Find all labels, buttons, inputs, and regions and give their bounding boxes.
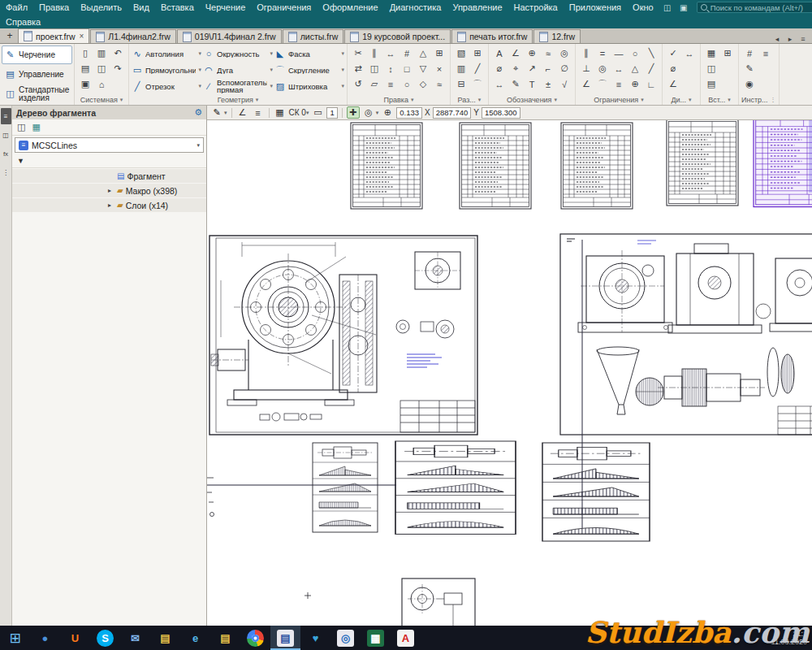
gear-icon[interactable]: ⚙ bbox=[194, 107, 202, 118]
menu-item[interactable]: Приложения bbox=[564, 0, 627, 15]
ribbon-tool-icon[interactable]: ≡ bbox=[758, 46, 773, 60]
ribbon-tool-icon[interactable]: ✎ bbox=[508, 77, 523, 91]
ribbon-tool-icon[interactable]: ⊕ bbox=[525, 46, 539, 60]
component-icon[interactable]: ◫ bbox=[17, 122, 25, 132]
ribbon-tool-icon[interactable]: ◎ bbox=[595, 62, 610, 76]
scale-field[interactable]: 1 bbox=[326, 107, 337, 119]
mail-app-icon[interactable]: ✉ bbox=[120, 626, 150, 650]
geometry-tool-button[interactable]: ∕ Вспомогательная прямая ▾ bbox=[203, 78, 273, 94]
expand-arrow-icon[interactable]: ▸ bbox=[108, 202, 114, 209]
variables-panel-tab-icon[interactable]: fx bbox=[1, 145, 11, 162]
ribbon-tool-icon[interactable]: ✎ bbox=[742, 62, 757, 76]
tab-scroll-right-icon[interactable]: ▸ bbox=[784, 35, 796, 43]
tab-scroll-left-icon[interactable]: ◂ bbox=[771, 35, 783, 43]
ribbon-tool-icon[interactable]: ⌀ bbox=[666, 62, 680, 76]
geometry-tool-button[interactable]: ⌒ Скругление ▾ bbox=[274, 62, 344, 78]
tab-close-icon[interactable]: × bbox=[79, 32, 84, 41]
shaft-diagram-sheet[interactable] bbox=[395, 441, 516, 534]
document-tab[interactable]: листы.frw × bbox=[283, 29, 344, 43]
ribbon-tool-icon[interactable]: ▥ bbox=[454, 62, 469, 76]
chevron-down-icon[interactable]: ▾ bbox=[270, 50, 273, 57]
chevron-down-icon[interactable]: ▾ bbox=[728, 97, 731, 103]
ribbon-tool-icon[interactable]: ↶ bbox=[110, 46, 125, 60]
ribbon-tool-icon[interactable]: ⊞ bbox=[720, 46, 735, 60]
ribbon-tool-icon[interactable]: ∠ bbox=[579, 77, 594, 91]
tree-item[interactable]: ▸ ▰ Макро (x398) bbox=[12, 184, 206, 197]
geometry-tool-button[interactable]: ◣ Фаска ▾ bbox=[274, 46, 344, 62]
snap-toggle-icon[interactable]: ✚ bbox=[347, 106, 360, 119]
menu-item[interactable]: Оформление bbox=[317, 0, 383, 15]
ribbon-tool-icon[interactable]: ▥ bbox=[94, 46, 109, 60]
menu-item[interactable]: Справка bbox=[0, 15, 46, 29]
assembly-drawing-right[interactable] bbox=[560, 234, 812, 435]
start-button[interactable]: ⊞ bbox=[0, 626, 30, 650]
ribbon-tool-icon[interactable]: ◇ bbox=[416, 77, 430, 91]
ribbon-tool-icon[interactable]: △ bbox=[628, 62, 642, 76]
ribbon-tool-icon[interactable]: ▱ bbox=[367, 77, 382, 91]
chevron-down-icon[interactable]: ▾ bbox=[198, 50, 201, 57]
y-coordinate-field[interactable]: 1508.300 bbox=[482, 107, 520, 119]
menu-item[interactable]: Окно bbox=[627, 0, 659, 15]
chevron-down-icon[interactable]: ▾ bbox=[478, 97, 482, 103]
ribbon-tool-icon[interactable]: △ bbox=[416, 46, 430, 60]
document-tab[interactable]: 019\Л1.4финал 2.frw × bbox=[177, 29, 282, 43]
menu-item[interactable]: Черчение bbox=[200, 0, 252, 15]
chevron-down-icon[interactable]: ▾ bbox=[198, 67, 201, 73]
ribbon-tool-icon[interactable]: ⇄ bbox=[351, 62, 365, 76]
document-tab[interactable]: 12.frw × bbox=[533, 29, 581, 43]
ribbon-tool-icon[interactable]: ▯ bbox=[78, 46, 93, 60]
tree-item[interactable]: ▤ Фрагмент bbox=[12, 169, 206, 183]
coordinate-system-dropdown[interactable]: СК 0▾ bbox=[289, 108, 309, 117]
ribbon-tool-icon[interactable]: ✂ bbox=[351, 46, 365, 60]
ribbon-tool-icon[interactable]: ↷ bbox=[110, 62, 125, 76]
ribbon-tool-icon[interactable]: □ bbox=[400, 62, 414, 76]
chevron-down-icon[interactable]: ▾ bbox=[641, 97, 644, 103]
ribbon-tool-icon[interactable]: × bbox=[432, 62, 447, 76]
kompas-app-icon[interactable]: ▤ bbox=[270, 626, 300, 650]
ribbon-tool-icon[interactable]: ∠ bbox=[508, 46, 523, 60]
x-coordinate-field[interactable]: 2887.740 bbox=[433, 107, 472, 119]
tree-panel-tab-icon[interactable]: ≡ bbox=[1, 108, 11, 124]
spec-sheet-drawing[interactable] bbox=[351, 123, 422, 209]
document-tab[interactable]: Л1.4финал2.frw × bbox=[90, 29, 176, 43]
geometry-tool-button[interactable]: ∿ Автолиния ▾ bbox=[132, 46, 201, 62]
folder-icon[interactable]: ▤ bbox=[210, 626, 240, 650]
ribbon-tool-icon[interactable]: ↔ bbox=[383, 46, 398, 60]
skype-app-icon[interactable]: S bbox=[90, 626, 120, 650]
ribbon-tool-icon[interactable]: ≈ bbox=[432, 77, 447, 91]
spec-sheet-drawing[interactable] bbox=[667, 120, 738, 206]
ribbon-tool-icon[interactable]: ⌒ bbox=[470, 77, 485, 91]
ribbon-tool-icon[interactable]: √ bbox=[557, 77, 572, 91]
ribbon-tool-icon[interactable]: ▤ bbox=[704, 77, 719, 91]
grid-icon[interactable]: ▦ bbox=[274, 106, 287, 119]
menu-item[interactable]: Диагностика bbox=[384, 0, 447, 15]
document-tab[interactable]: проект.frw × bbox=[18, 28, 89, 43]
drawing-canvas[interactable] bbox=[207, 120, 812, 626]
arrange-windows-icon[interactable]: ◫ bbox=[659, 3, 676, 12]
ribbon-tool-icon[interactable]: ◫ bbox=[704, 62, 719, 76]
ribbon-tool-icon[interactable]: ╱ bbox=[644, 62, 659, 76]
zoom-value-field[interactable]: 0.133 bbox=[396, 107, 422, 119]
ribbon-tool-icon[interactable]: ≡ bbox=[611, 77, 626, 91]
geometry-tool-button[interactable]: ○ Окружность ▾ bbox=[203, 46, 273, 62]
ribbon-tool-icon[interactable]: # bbox=[742, 46, 757, 60]
ribbon-tool-icon[interactable]: ⌀ bbox=[492, 62, 507, 76]
menu-item[interactable]: Правка bbox=[33, 0, 75, 15]
chevron-down-icon[interactable]: ▾ bbox=[270, 67, 273, 73]
assembly-drawing-left[interactable] bbox=[209, 236, 477, 435]
document-tab[interactable]: 19 курсовой проект... × bbox=[344, 29, 451, 43]
ribbon-tool-icon[interactable]: ⊞ bbox=[432, 46, 447, 60]
ruler-icon[interactable]: ▭ bbox=[311, 106, 324, 119]
ribbon-tool-icon[interactable]: ∟ bbox=[644, 77, 659, 91]
taskbar-clock[interactable]: 21:1 11.03.2020 bbox=[771, 626, 812, 650]
chevron-down-icon[interactable]: ▾ bbox=[198, 83, 201, 89]
chevron-down-icon[interactable]: ▾ bbox=[341, 50, 344, 57]
spreadsheet-app-icon[interactable]: ▦ bbox=[361, 626, 391, 650]
ribbon-tool-icon[interactable]: ⌐ bbox=[541, 62, 555, 76]
tab-list-icon[interactable]: ≡ bbox=[797, 35, 809, 43]
angle-snap-icon[interactable]: ∠ bbox=[236, 106, 249, 119]
ribbon-tool-icon[interactable]: ∠ bbox=[666, 77, 680, 91]
detail-drawing-bottom[interactable] bbox=[402, 578, 475, 626]
chrome-browser-icon[interactable] bbox=[240, 626, 270, 650]
ribbon-tool-icon[interactable]: ╱ bbox=[470, 62, 485, 76]
